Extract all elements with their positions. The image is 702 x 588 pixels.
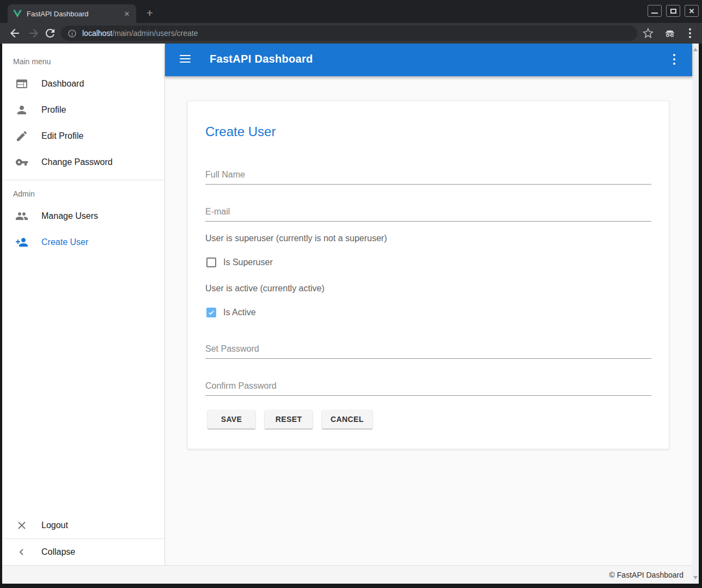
set-password-underline: [205, 358, 651, 359]
browser-window: FastAPI Dashboard ✕ + ✕ localhost/main/a…: [0, 0, 702, 588]
checkbox-label: Is Superuser: [223, 258, 273, 267]
forward-icon[interactable]: [27, 27, 40, 40]
subheader-admin: Admin: [2, 185, 164, 203]
page-footer: © FastAPI Dashboard: [2, 565, 692, 584]
browser-toolbar: localhost/main/admin/users/create: [0, 23, 702, 44]
new-tab-button[interactable]: +: [143, 7, 157, 21]
key-icon: [15, 156, 28, 169]
divider: [2, 180, 164, 180]
checkbox-label: Is Active: [223, 308, 256, 317]
url-path: /main/admin/users/create: [112, 29, 198, 38]
site-info-icon[interactable]: [68, 29, 77, 38]
app-bar-menu-icon[interactable]: [673, 54, 675, 65]
reset-button[interactable]: RESET: [265, 410, 313, 428]
confirm-password-field[interactable]: Confirm Password: [205, 381, 277, 391]
set-password-field[interactable]: Set Password: [205, 344, 259, 354]
sidebar-item-label: Create User: [41, 237, 88, 247]
back-icon[interactable]: [8, 27, 21, 40]
cancel-button[interactable]: CANCEL: [322, 410, 373, 428]
sidebar-item-label: Edit Profile: [41, 131, 83, 141]
scroll-up-icon[interactable]: [693, 48, 698, 51]
sidebar-item-label: Logout: [41, 520, 68, 530]
minimize-button[interactable]: [648, 5, 662, 17]
is-superuser-checkbox[interactable]: Is Superuser: [206, 258, 273, 267]
superuser-hint: User is superuser (currently is not a su…: [205, 234, 387, 243]
active-hint: User is active (currently active): [205, 284, 325, 293]
chevron-left-icon: [15, 546, 28, 559]
close-window-button[interactable]: ✕: [685, 5, 699, 17]
maximize-button[interactable]: [666, 5, 680, 17]
checkbox-box[interactable]: [206, 308, 216, 317]
copyright-text: © FastAPI Dashboard: [609, 571, 683, 579]
page-title: Create User: [205, 124, 276, 139]
sidebar-item-edit-profile[interactable]: Edit Profile: [2, 123, 164, 149]
vertical-scrollbar[interactable]: [692, 44, 699, 584]
sidebar-item-profile[interactable]: Profile: [2, 97, 164, 123]
sidebar-item-label: Profile: [41, 105, 66, 115]
hamburger-menu-icon[interactable]: [180, 55, 191, 63]
bookmark-star-icon[interactable]: [643, 28, 654, 39]
vue-favicon-icon: [13, 9, 22, 18]
browser-menu-icon[interactable]: [689, 28, 691, 38]
sidebar-item-collapse[interactable]: Collapse: [2, 539, 164, 565]
person-icon: [15, 103, 28, 117]
browser-titlebar: FastAPI Dashboard ✕ + ✕: [0, 0, 702, 23]
app-bar-title: FastAPI Dashboard: [210, 53, 313, 65]
sidebar-item-dashboard[interactable]: Dashboard: [2, 71, 164, 97]
web-icon: [15, 77, 28, 90]
url-host: localhost: [82, 29, 112, 38]
sidebar-item-change-password[interactable]: Change Password: [2, 149, 164, 175]
tab-title: FastAPI Dashboard: [27, 10, 122, 18]
person-add-icon: [15, 236, 28, 249]
page-viewport: Main menu Dashboard Profile Edit Profile…: [2, 44, 699, 584]
pencil-icon: [15, 130, 28, 143]
sidebar-item-label: Dashboard: [41, 79, 84, 89]
sidebar-item-label: Change Password: [41, 157, 113, 167]
group-icon: [15, 210, 28, 223]
url-text: localhost/main/admin/users/create: [82, 29, 198, 38]
full-name-field[interactable]: Full Name: [205, 170, 245, 180]
save-button[interactable]: SAVE: [207, 410, 255, 428]
full-name-underline: [205, 184, 651, 185]
main-content: Create User Full Name E-mail User is sup…: [165, 76, 692, 565]
browser-tab[interactable]: FastAPI Dashboard ✕: [8, 4, 136, 23]
form-buttons: SAVE RESET CANCEL: [207, 410, 373, 428]
is-active-checkbox[interactable]: Is Active: [206, 308, 256, 317]
sidebar-item-manage-users[interactable]: Manage Users: [2, 203, 164, 229]
navigation-drawer: Main menu Dashboard Profile Edit Profile…: [2, 44, 165, 565]
incognito-icon: [664, 27, 676, 39]
check-icon: [207, 309, 215, 316]
confirm-password-underline: [205, 395, 651, 396]
tab-close-icon[interactable]: ✕: [122, 9, 132, 19]
reload-icon[interactable]: [44, 27, 57, 40]
url-bar[interactable]: localhost/main/admin/users/create: [61, 26, 637, 41]
sidebar-item-label: Manage Users: [41, 211, 98, 221]
window-controls: ✕: [648, 5, 699, 17]
close-icon: [15, 519, 28, 532]
app-bar: FastAPI Dashboard: [165, 44, 692, 76]
scroll-down-icon[interactable]: [693, 576, 698, 579]
subheader-main-menu: Main menu: [2, 52, 164, 71]
email-field[interactable]: E-mail: [205, 207, 230, 217]
checkbox-box[interactable]: [206, 258, 216, 267]
email-underline: [205, 221, 651, 222]
sidebar-item-create-user[interactable]: Create User: [2, 229, 164, 255]
sidebar-item-logout[interactable]: Logout: [2, 512, 164, 538]
sidebar-item-label: Collapse: [41, 547, 75, 557]
drawer-bottom: Logout Collapse: [2, 512, 164, 565]
create-user-card: Create User Full Name E-mail User is sup…: [187, 101, 669, 449]
